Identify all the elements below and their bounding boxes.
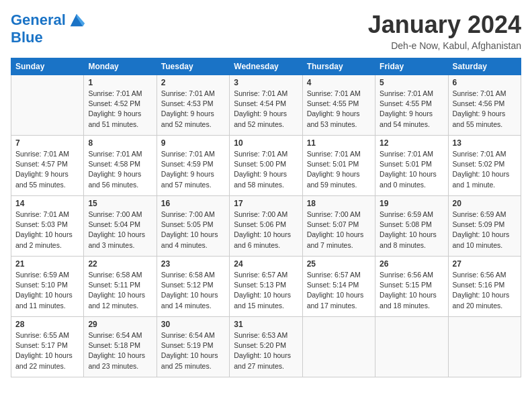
day-info: Sunrise: 7:00 AM Sunset: 5:07 PM Dayligh… (307, 210, 371, 250)
day-info: Sunrise: 7:01 AM Sunset: 4:56 PM Dayligh… (453, 89, 517, 130)
day-info: Sunrise: 7:01 AM Sunset: 5:00 PM Dayligh… (234, 149, 298, 190)
calendar-week-1: 1Sunrise: 7:01 AM Sunset: 4:52 PM Daylig… (11, 75, 521, 136)
day-info: Sunrise: 7:00 AM Sunset: 5:06 PM Dayligh… (234, 210, 298, 250)
day-number: 8 (88, 138, 152, 148)
day-number: 15 (88, 199, 152, 208)
day-number: 5 (380, 78, 443, 87)
page-header: General Blue January 2024 Deh-e Now, Kab… (11, 11, 521, 51)
day-info: Sunrise: 7:00 AM Sunset: 5:04 PM Dayligh… (88, 210, 152, 250)
day-number: 14 (15, 199, 79, 208)
day-info: Sunrise: 6:55 AM Sunset: 5:17 PM Dayligh… (15, 330, 79, 371)
calendar-cell: 19Sunrise: 6:59 AM Sunset: 5:08 PM Dayli… (375, 196, 448, 257)
calendar-cell: 31Sunrise: 6:53 AM Sunset: 5:20 PM Dayli… (230, 317, 302, 377)
day-info: Sunrise: 6:56 AM Sunset: 5:15 PM Dayligh… (380, 270, 443, 311)
calendar-cell: 7Sunrise: 7:01 AM Sunset: 4:57 PM Daylig… (11, 136, 84, 196)
day-number: 29 (88, 320, 152, 329)
day-number: 12 (380, 138, 443, 148)
calendar-cell (302, 317, 375, 377)
location: Deh-e Now, Kabul, Afghanistan (368, 40, 521, 51)
calendar-cell: 15Sunrise: 7:00 AM Sunset: 5:04 PM Dayli… (84, 196, 157, 257)
calendar-cell: 30Sunrise: 6:54 AM Sunset: 5:19 PM Dayli… (157, 317, 229, 377)
day-number: 22 (88, 259, 152, 269)
header-day-wednesday: Wednesday (230, 58, 302, 75)
day-info: Sunrise: 6:58 AM Sunset: 5:12 PM Dayligh… (161, 270, 225, 311)
day-info: Sunrise: 6:58 AM Sunset: 5:11 PM Dayligh… (88, 270, 152, 311)
calendar-cell: 14Sunrise: 7:01 AM Sunset: 5:03 PM Dayli… (11, 196, 84, 257)
logo-text: General (11, 12, 66, 28)
calendar-cell: 22Sunrise: 6:58 AM Sunset: 5:11 PM Dayli… (84, 257, 157, 317)
calendar-cell (11, 75, 84, 136)
calendar-header-row: SundayMondayTuesdayWednesdayThursdayFrid… (11, 58, 521, 75)
header-day-saturday: Saturday (448, 58, 521, 75)
day-number: 1 (88, 78, 152, 87)
logo-icon (67, 11, 86, 30)
day-number: 10 (234, 138, 298, 148)
day-number: 18 (307, 199, 371, 208)
day-number: 20 (453, 199, 517, 208)
day-info: Sunrise: 6:57 AM Sunset: 5:14 PM Dayligh… (307, 270, 371, 311)
day-info: Sunrise: 6:54 AM Sunset: 5:19 PM Dayligh… (161, 330, 225, 371)
calendar-cell: 21Sunrise: 6:59 AM Sunset: 5:10 PM Dayli… (11, 257, 84, 317)
calendar-week-4: 21Sunrise: 6:59 AM Sunset: 5:10 PM Dayli… (11, 257, 521, 317)
day-number: 3 (234, 78, 298, 87)
day-number: 9 (161, 138, 225, 148)
calendar-cell: 20Sunrise: 6:59 AM Sunset: 5:09 PM Dayli… (448, 196, 521, 257)
day-info: Sunrise: 6:54 AM Sunset: 5:18 PM Dayligh… (88, 330, 152, 371)
calendar-cell: 16Sunrise: 7:00 AM Sunset: 5:05 PM Dayli… (157, 196, 229, 257)
calendar-cell: 2Sunrise: 7:01 AM Sunset: 4:53 PM Daylig… (157, 75, 229, 136)
day-info: Sunrise: 7:01 AM Sunset: 4:55 PM Dayligh… (380, 89, 443, 130)
day-info: Sunrise: 6:59 AM Sunset: 5:10 PM Dayligh… (15, 270, 79, 311)
calendar-cell: 25Sunrise: 6:57 AM Sunset: 5:14 PM Dayli… (302, 257, 375, 317)
calendar-cell (375, 317, 448, 377)
calendar-cell: 29Sunrise: 6:54 AM Sunset: 5:18 PM Dayli… (84, 317, 157, 377)
calendar-cell: 23Sunrise: 6:58 AM Sunset: 5:12 PM Dayli… (157, 257, 229, 317)
calendar-table: SundayMondayTuesdayWednesdayThursdayFrid… (11, 58, 521, 377)
calendar-cell: 13Sunrise: 7:01 AM Sunset: 5:02 PM Dayli… (448, 136, 521, 196)
day-number: 2 (161, 78, 225, 87)
day-number: 30 (161, 320, 225, 329)
day-info: Sunrise: 6:57 AM Sunset: 5:13 PM Dayligh… (234, 270, 298, 311)
calendar-cell: 17Sunrise: 7:00 AM Sunset: 5:06 PM Dayli… (230, 196, 302, 257)
day-info: Sunrise: 7:01 AM Sunset: 4:53 PM Dayligh… (161, 89, 225, 130)
day-info: Sunrise: 7:01 AM Sunset: 4:52 PM Dayligh… (88, 89, 152, 130)
calendar-cell: 10Sunrise: 7:01 AM Sunset: 5:00 PM Dayli… (230, 136, 302, 196)
day-info: Sunrise: 7:01 AM Sunset: 4:57 PM Dayligh… (15, 149, 79, 190)
day-info: Sunrise: 7:01 AM Sunset: 4:55 PM Dayligh… (307, 89, 371, 130)
calendar-week-3: 14Sunrise: 7:01 AM Sunset: 5:03 PM Dayli… (11, 196, 521, 257)
header-day-thursday: Thursday (302, 58, 375, 75)
day-info: Sunrise: 7:01 AM Sunset: 4:58 PM Dayligh… (88, 149, 152, 190)
calendar-cell: 5Sunrise: 7:01 AM Sunset: 4:55 PM Daylig… (375, 75, 448, 136)
calendar-cell: 28Sunrise: 6:55 AM Sunset: 5:17 PM Dayli… (11, 317, 84, 377)
day-info: Sunrise: 6:56 AM Sunset: 5:16 PM Dayligh… (453, 270, 517, 311)
day-number: 19 (380, 199, 443, 208)
calendar-cell: 12Sunrise: 7:01 AM Sunset: 5:01 PM Dayli… (375, 136, 448, 196)
day-info: Sunrise: 7:00 AM Sunset: 5:05 PM Dayligh… (161, 210, 225, 250)
day-number: 28 (15, 320, 79, 329)
day-number: 4 (307, 78, 371, 87)
calendar-cell: 24Sunrise: 6:57 AM Sunset: 5:13 PM Dayli… (230, 257, 302, 317)
day-info: Sunrise: 6:59 AM Sunset: 5:08 PM Dayligh… (380, 210, 443, 250)
day-info: Sunrise: 6:53 AM Sunset: 5:20 PM Dayligh… (234, 330, 298, 371)
calendar-cell: 8Sunrise: 7:01 AM Sunset: 4:58 PM Daylig… (84, 136, 157, 196)
calendar-cell: 18Sunrise: 7:00 AM Sunset: 5:07 PM Dayli… (302, 196, 375, 257)
day-number: 16 (161, 199, 225, 208)
day-number: 25 (307, 259, 371, 269)
day-number: 27 (453, 259, 517, 269)
day-number: 31 (234, 320, 298, 329)
calendar-cell: 1Sunrise: 7:01 AM Sunset: 4:52 PM Daylig… (84, 75, 157, 136)
day-number: 24 (234, 259, 298, 269)
day-info: Sunrise: 6:59 AM Sunset: 5:09 PM Dayligh… (453, 210, 517, 250)
calendar-week-5: 28Sunrise: 6:55 AM Sunset: 5:17 PM Dayli… (11, 317, 521, 377)
day-number: 21 (15, 259, 79, 269)
header-day-tuesday: Tuesday (157, 58, 229, 75)
header-day-friday: Friday (375, 58, 448, 75)
day-number: 13 (453, 138, 517, 148)
month-title: January 2024 (368, 11, 521, 39)
day-number: 7 (15, 138, 79, 148)
day-info: Sunrise: 7:01 AM Sunset: 5:03 PM Dayligh… (15, 210, 79, 250)
calendar-cell: 26Sunrise: 6:56 AM Sunset: 5:15 PM Dayli… (375, 257, 448, 317)
calendar-cell: 6Sunrise: 7:01 AM Sunset: 4:56 PM Daylig… (448, 75, 521, 136)
logo-text-blue: Blue (11, 30, 86, 46)
header-day-sunday: Sunday (11, 58, 84, 75)
day-number: 11 (307, 138, 371, 148)
